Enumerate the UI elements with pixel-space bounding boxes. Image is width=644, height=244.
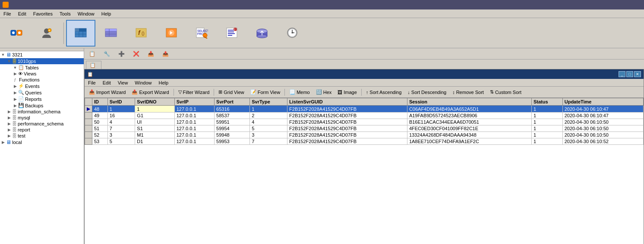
cell-updatetime[interactable]: 2020-04-30 06:10:47 [562, 106, 643, 113]
toolbar-backup[interactable] [247, 20, 277, 47]
menu-window[interactable]: Window [74, 10, 98, 17]
tree-item-1010gps[interactable]: ▼ 🗄 1010gps [0, 58, 84, 64]
minimize-button[interactable]: _ [619, 71, 625, 77]
sort-descending-button[interactable]: ↓ Sort Descending [405, 88, 449, 97]
cell-svrid[interactable]: 3 [107, 132, 135, 138]
grid-view-button[interactable]: ⊞ Grid View [216, 88, 246, 97]
toolbar-table[interactable] [66, 20, 95, 47]
cell-id[interactable]: 50 [92, 119, 108, 125]
cell-svrip[interactable]: 127.0.0.1 [174, 138, 214, 145]
cell-id[interactable]: 53 [92, 138, 108, 145]
th-updatetime[interactable]: UpdateTime [562, 98, 643, 106]
cell-svrid[interactable]: 5 [107, 138, 135, 145]
cell-id[interactable]: 51 [92, 125, 108, 132]
cell-svridno[interactable]: D1 [135, 138, 174, 145]
tree-item-test[interactable]: ▶ 🗄 test [0, 133, 84, 139]
cell-status[interactable]: 1 [531, 113, 562, 119]
hex-button[interactable]: 🔢 Hex [313, 88, 335, 97]
tab-server-info[interactable]: 📋 [86, 61, 101, 69]
tree-item-performance-schema[interactable]: ▶ 🗄 performance_schema [0, 121, 84, 127]
tree-item-queries[interactable]: ▶ 🔍 Queries [0, 89, 84, 96]
cell-listensvrguid[interactable]: F2B152F2028A41529C4D07FB [287, 119, 407, 125]
inner-import-wizard-button[interactable]: 📥 Import Wizard [86, 88, 128, 97]
cell-listensvrguid[interactable]: F2B152F2028A41529C4D07FB [287, 106, 407, 113]
image-button[interactable]: 🖼 Image [335, 88, 360, 97]
menu-favorites[interactable]: Favorites [30, 10, 56, 17]
cell-session[interactable]: A19FAB9D55724523AECB8906 [407, 113, 531, 119]
cell-svridno[interactable]: S1 [135, 125, 174, 132]
cell-updatetime[interactable]: 2020-04-30 06:10:47 [562, 113, 643, 119]
cell-session[interactable]: B16E11ACAC344EEAA6D70051 [407, 119, 531, 125]
cell-id[interactable]: 52 [92, 132, 108, 138]
toolbar-view[interactable] [96, 20, 126, 47]
inner-menu-help[interactable]: Help [155, 80, 172, 86]
table-row[interactable]: 4916G1127.0.0.1585372F2B152F2028A41529C4… [85, 113, 644, 119]
tree-item-tables[interactable]: ▼ 📋 Tables [0, 64, 84, 71]
cell-status[interactable]: 1 [531, 119, 562, 125]
memo-button[interactable]: 📃 Memo [287, 88, 313, 97]
toolbar-report[interactable]: ! [217, 20, 246, 47]
cell-session[interactable]: 13324A4268DF484DAAA94348 [407, 132, 531, 138]
import-wizard-button[interactable]: 📥 [145, 50, 158, 58]
cell-session[interactable]: 1A8EE710CEF74D4FA9A1EF2C [407, 138, 531, 145]
toolbar-connection[interactable] [2, 20, 31, 47]
remove-sort-button[interactable]: ↕ Remove Sort [450, 88, 486, 97]
new-table-button[interactable]: ➕ [115, 50, 129, 58]
table-row[interactable]: 535D1127.0.0.1599537F2B152F2028A41529C4D… [85, 138, 644, 145]
tree-item-backups[interactable]: ▶ 💾 Backups [0, 102, 84, 109]
cell-svridno[interactable]: UI [135, 119, 174, 125]
cell-svrtype[interactable]: 7 [250, 138, 287, 145]
cell-svrip[interactable]: 127.0.0.1 [174, 119, 214, 125]
cell-svrport[interactable]: 59948 [215, 132, 250, 138]
table-row[interactable]: 517S1127.0.0.1599545F2B152F2028A41529C4D… [85, 125, 644, 132]
tree-item-functions[interactable]: ƒ Functions [0, 77, 84, 83]
cell-status[interactable]: 1 [531, 106, 562, 113]
toolbar-query[interactable]: SELECT FROM [187, 20, 216, 47]
form-view-button[interactable]: 📝 Form View [248, 88, 283, 97]
cell-svrtype[interactable]: 4 [250, 119, 287, 125]
cell-svrport[interactable]: 58537 [215, 113, 250, 119]
th-svrid[interactable]: SvrID [107, 98, 135, 106]
menu-tools[interactable]: Tools [56, 10, 74, 17]
cell-listensvrguid[interactable]: F2B152F2028A41529C4D07FB [287, 125, 407, 132]
cell-svrid[interactable]: 4 [107, 119, 135, 125]
delete-table-button[interactable]: ❌ [130, 50, 144, 58]
th-listensrvguid[interactable]: ListenSvrGUID [287, 98, 407, 106]
inner-menu-window[interactable]: Window [131, 80, 155, 86]
tree-item-events[interactable]: ▶ ⚡ Events [0, 83, 84, 89]
sort-ascending-button[interactable]: ↑ Sort Ascending [363, 88, 404, 97]
filter-wizard-button[interactable]: ▽ Filter Wizard [176, 88, 212, 97]
th-svrtype[interactable]: SvrType [250, 98, 287, 106]
cell-updatetime[interactable]: 2020-04-30 06:10:52 [562, 138, 643, 145]
toolbar-schedule[interactable] [278, 20, 307, 47]
cell-svrip[interactable]: 127.0.0.1 [174, 106, 214, 113]
cell-svrport[interactable]: 59954 [215, 125, 250, 132]
cell-session[interactable]: C06AF4D9EB4B49A3A652A5D1 [407, 106, 531, 113]
cell-updatetime[interactable]: 2020-04-30 06:10:50 [562, 132, 643, 138]
inner-export-wizard-button[interactable]: 📤 Export Wizard [129, 88, 171, 97]
tree-item-local[interactable]: ▶ 🖥 local [0, 139, 84, 146]
menu-edit[interactable]: Edit [15, 10, 30, 17]
cell-status[interactable]: 1 [531, 132, 562, 138]
cell-svrid[interactable]: 16 [107, 113, 135, 119]
tree-item-3321[interactable]: ▼ 🖥 3321 [0, 51, 84, 58]
tree-item-mysql[interactable]: ▶ 🗄 mysql [0, 115, 84, 121]
cell-svrid[interactable]: 1 [107, 106, 135, 113]
table-row[interactable]: ▶4811127.0.0.1653161F2B152F2028A41529C4D… [85, 106, 644, 113]
cell-svrtype[interactable]: 5 [250, 125, 287, 132]
cell-svridno[interactable]: G1 [135, 113, 174, 119]
menu-help[interactable]: Help [98, 10, 115, 17]
th-status[interactable]: Status [531, 98, 562, 106]
maximize-button[interactable]: □ [626, 71, 633, 77]
toolbar-function[interactable]: f () [126, 20, 156, 47]
table-row[interactable]: 523M1127.0.0.1599483F2B152F2028A41529C4D… [85, 132, 644, 138]
toolbar-manage-users[interactable]: + [32, 20, 61, 47]
menu-file[interactable]: File [0, 10, 15, 17]
open-table-button[interactable]: 📋 [86, 50, 100, 58]
th-id[interactable]: ID [92, 98, 108, 106]
cell-svrip[interactable]: 127.0.0.1 [174, 132, 214, 138]
cell-session[interactable]: 4FEC0ED30CF041009FF82C1E [407, 125, 531, 132]
tree-item-reports[interactable]: ▶ 📄 Reports [0, 96, 84, 102]
cell-svridno[interactable]: 1 [135, 106, 174, 113]
cell-svrtype[interactable]: 1 [250, 106, 287, 113]
